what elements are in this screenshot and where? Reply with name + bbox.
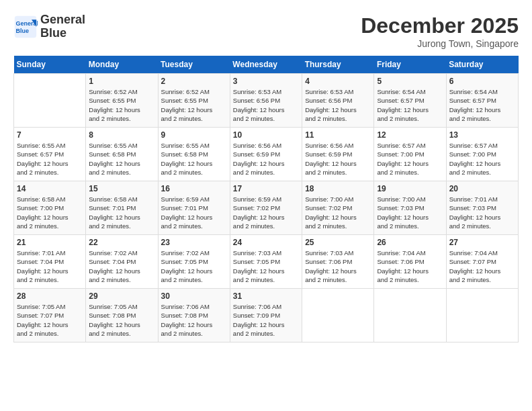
day-number: 28 — [17, 291, 83, 301]
day-info: Sunrise: 7:00 AMSunset: 7:03 PMDaylight:… — [377, 195, 443, 230]
day-info: Sunrise: 6:52 AMSunset: 6:55 PMDaylight:… — [161, 87, 227, 123]
day-info: Sunrise: 6:56 AMSunset: 6:59 PMDaylight:… — [305, 141, 371, 177]
day-number: 8 — [89, 130, 154, 140]
day-header-wednesday: Wednesday — [230, 56, 302, 74]
page-header: General Blue General Blue December 2025 … — [13, 13, 519, 49]
calendar-cell: 29Sunrise: 7:05 AMSunset: 7:08 PMDayligh… — [86, 289, 158, 342]
day-info: Sunrise: 6:54 AMSunset: 6:57 PMDaylight:… — [449, 87, 515, 123]
day-header-friday: Friday — [374, 56, 446, 74]
day-info: Sunrise: 6:57 AMSunset: 7:00 PMDaylight:… — [449, 141, 515, 177]
calendar-cell: 4Sunrise: 6:53 AMSunset: 6:56 PMDaylight… — [302, 74, 374, 128]
day-number: 16 — [161, 184, 227, 193]
day-header-sunday: Sunday — [14, 56, 86, 74]
day-number: 13 — [449, 130, 515, 140]
day-number: 25 — [305, 238, 371, 247]
calendar-cell: 2Sunrise: 6:52 AMSunset: 6:55 PMDaylight… — [158, 74, 230, 128]
calendar-cell: 16Sunrise: 6:59 AMSunset: 7:01 PMDayligh… — [158, 181, 230, 235]
day-header-monday: Monday — [86, 56, 158, 74]
calendar-cell: 3Sunrise: 6:53 AMSunset: 6:56 PMDaylight… — [230, 74, 302, 128]
calendar-cell: 26Sunrise: 7:04 AMSunset: 7:06 PMDayligh… — [374, 235, 446, 289]
logo-text: General Blue — [40, 13, 85, 40]
day-info: Sunrise: 7:05 AMSunset: 7:08 PMDaylight:… — [89, 302, 154, 338]
day-number: 18 — [305, 184, 371, 193]
calendar-cell: 20Sunrise: 7:01 AMSunset: 7:03 PMDayligh… — [446, 181, 518, 235]
calendar-cell: 7Sunrise: 6:55 AMSunset: 6:57 PMDaylight… — [14, 128, 86, 181]
day-info: Sunrise: 6:58 AMSunset: 7:00 PMDaylight:… — [17, 195, 83, 230]
day-number: 3 — [233, 77, 299, 86]
day-number: 19 — [377, 184, 443, 193]
day-number: 31 — [233, 291, 299, 301]
logo: General Blue General Blue — [13, 13, 85, 40]
day-info: Sunrise: 7:04 AMSunset: 7:06 PMDaylight:… — [377, 248, 443, 284]
day-info: Sunrise: 7:00 AMSunset: 7:02 PMDaylight:… — [305, 195, 371, 230]
day-number: 30 — [161, 291, 227, 301]
day-info: Sunrise: 6:55 AMSunset: 6:57 PMDaylight:… — [17, 141, 83, 177]
day-info: Sunrise: 6:53 AMSunset: 6:56 PMDaylight:… — [233, 87, 299, 123]
day-info: Sunrise: 6:59 AMSunset: 7:01 PMDaylight:… — [161, 195, 227, 230]
month-title: December 2025 — [361, 13, 519, 38]
day-info: Sunrise: 7:03 AMSunset: 7:05 PMDaylight:… — [233, 248, 299, 284]
day-number: 26 — [377, 238, 443, 247]
calendar-week-row: 1Sunrise: 6:52 AMSunset: 6:55 PMDaylight… — [14, 74, 519, 128]
calendar-cell — [374, 289, 446, 342]
calendar-week-row: 28Sunrise: 7:05 AMSunset: 7:07 PMDayligh… — [14, 289, 519, 342]
day-info: Sunrise: 6:55 AMSunset: 6:58 PMDaylight:… — [161, 141, 227, 177]
calendar-cell: 18Sunrise: 7:00 AMSunset: 7:02 PMDayligh… — [302, 181, 374, 235]
calendar-cell: 31Sunrise: 7:06 AMSunset: 7:09 PMDayligh… — [230, 289, 302, 342]
day-info: Sunrise: 6:57 AMSunset: 7:00 PMDaylight:… — [377, 141, 443, 177]
calendar-cell — [302, 289, 374, 342]
day-number: 20 — [449, 184, 515, 193]
day-info: Sunrise: 7:02 AMSunset: 7:05 PMDaylight:… — [161, 248, 227, 284]
day-number: 12 — [377, 130, 443, 140]
day-number: 10 — [233, 130, 299, 140]
day-number: 9 — [161, 130, 227, 140]
calendar-header-row: SundayMondayTuesdayWednesdayThursdayFrid… — [14, 56, 519, 74]
location-subtitle: Jurong Town, Singapore — [361, 38, 519, 49]
day-header-saturday: Saturday — [446, 56, 518, 74]
day-number: 2 — [161, 77, 227, 86]
day-number: 27 — [449, 238, 515, 247]
day-number: 23 — [161, 238, 227, 247]
calendar-cell: 25Sunrise: 7:03 AMSunset: 7:06 PMDayligh… — [302, 235, 374, 289]
calendar-cell — [446, 289, 518, 342]
day-info: Sunrise: 7:01 AMSunset: 7:03 PMDaylight:… — [449, 195, 515, 230]
calendar-cell: 24Sunrise: 7:03 AMSunset: 7:05 PMDayligh… — [230, 235, 302, 289]
day-number: 24 — [233, 238, 299, 247]
calendar-cell: 9Sunrise: 6:55 AMSunset: 6:58 PMDaylight… — [158, 128, 230, 181]
day-number: 29 — [89, 291, 154, 301]
day-number: 14 — [17, 184, 83, 193]
day-number: 6 — [449, 77, 515, 86]
calendar-cell: 28Sunrise: 7:05 AMSunset: 7:07 PMDayligh… — [14, 289, 86, 342]
day-header-thursday: Thursday — [302, 56, 374, 74]
calendar-cell: 19Sunrise: 7:00 AMSunset: 7:03 PMDayligh… — [374, 181, 446, 235]
day-number: 11 — [305, 130, 371, 140]
day-number: 17 — [233, 184, 299, 193]
calendar-cell: 30Sunrise: 7:06 AMSunset: 7:08 PMDayligh… — [158, 289, 230, 342]
calendar-week-row: 7Sunrise: 6:55 AMSunset: 6:57 PMDaylight… — [14, 128, 519, 181]
calendar-table: SundayMondayTuesdayWednesdayThursdayFrid… — [13, 56, 519, 342]
calendar-cell: 17Sunrise: 6:59 AMSunset: 7:02 PMDayligh… — [230, 181, 302, 235]
calendar-cell: 8Sunrise: 6:55 AMSunset: 6:58 PMDaylight… — [86, 128, 158, 181]
calendar-cell: 14Sunrise: 6:58 AMSunset: 7:00 PMDayligh… — [14, 181, 86, 235]
calendar-cell: 1Sunrise: 6:52 AMSunset: 6:55 PMDaylight… — [86, 74, 158, 128]
calendar-cell: 5Sunrise: 6:54 AMSunset: 6:57 PMDaylight… — [374, 74, 446, 128]
calendar-cell: 27Sunrise: 7:04 AMSunset: 7:07 PMDayligh… — [446, 235, 518, 289]
day-number: 5 — [377, 77, 443, 86]
day-number: 15 — [89, 184, 154, 193]
day-info: Sunrise: 6:54 AMSunset: 6:57 PMDaylight:… — [377, 87, 443, 123]
calendar-cell: 15Sunrise: 6:58 AMSunset: 7:01 PMDayligh… — [86, 181, 158, 235]
day-number: 1 — [89, 77, 154, 86]
day-info: Sunrise: 6:52 AMSunset: 6:55 PMDaylight:… — [89, 87, 154, 123]
calendar-cell — [14, 74, 86, 128]
calendar-cell: 11Sunrise: 6:56 AMSunset: 6:59 PMDayligh… — [302, 128, 374, 181]
calendar-cell: 10Sunrise: 6:56 AMSunset: 6:59 PMDayligh… — [230, 128, 302, 181]
day-info: Sunrise: 6:53 AMSunset: 6:56 PMDaylight:… — [305, 87, 371, 123]
day-info: Sunrise: 7:02 AMSunset: 7:04 PMDaylight:… — [89, 248, 154, 284]
calendar-cell: 12Sunrise: 6:57 AMSunset: 7:00 PMDayligh… — [374, 128, 446, 181]
calendar-cell: 13Sunrise: 6:57 AMSunset: 7:00 PMDayligh… — [446, 128, 518, 181]
logo-icon: General Blue — [13, 15, 38, 39]
day-info: Sunrise: 6:56 AMSunset: 6:59 PMDaylight:… — [233, 141, 299, 177]
calendar-cell: 21Sunrise: 7:01 AMSunset: 7:04 PMDayligh… — [14, 235, 86, 289]
day-info: Sunrise: 6:58 AMSunset: 7:01 PMDaylight:… — [89, 195, 154, 230]
calendar-cell: 6Sunrise: 6:54 AMSunset: 6:57 PMDaylight… — [446, 74, 518, 128]
